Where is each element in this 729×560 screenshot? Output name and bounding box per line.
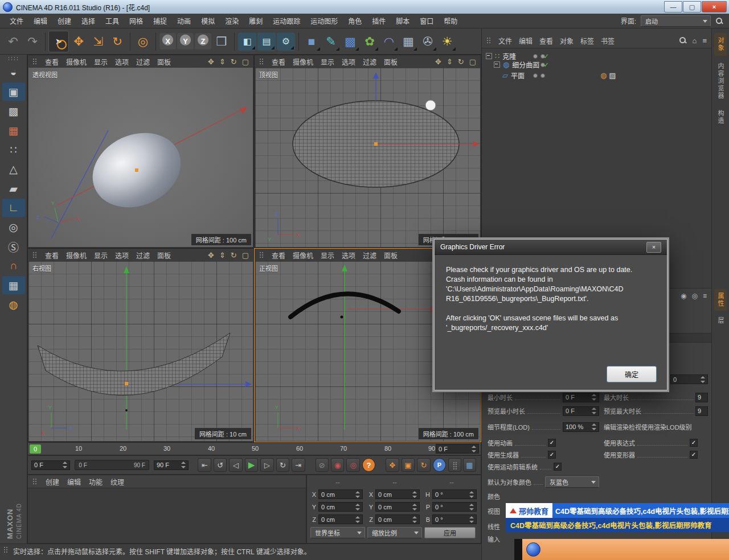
material-menu-item[interactable]: 编辑 [67,477,81,487]
viewport-menu-item[interactable]: 面板 [384,57,398,67]
viewport-canvas-right[interactable]: Y Z X 右视图 网格间距 : 10 cm [28,261,253,441]
apply-button[interactable]: 应用 [424,527,476,538]
viewport-menu-item[interactable]: 选项 [342,250,355,260]
render-picture-viewer-icon[interactable]: ▤ [257,32,276,51]
ad-banner-row2[interactable]: C4D零基础到高级必备技巧,c4d电视片头包装,影视后期邢帅教育 [506,518,729,532]
panel-handle[interactable] [32,252,38,259]
panel-handle[interactable] [259,58,264,65]
viewport-solo-icon[interactable]: ◎ [2,218,25,236]
pan-view-icon[interactable]: ✥ [208,251,214,260]
viewport-menu-item[interactable]: 过滤 [136,250,150,260]
viewport-menu-item[interactable]: 显示 [94,57,108,67]
primitive-cube-icon[interactable]: ■ [302,31,321,52]
record-scale-button[interactable]: ▣ [402,458,415,472]
record-keyframe-button[interactable]: ◉ [331,458,344,472]
lock-y-axis-button[interactable]: Y [177,33,194,50]
position-z-field[interactable]: 0 cm [318,514,363,524]
dialog-title-bar[interactable]: Graphics Driver Error × [435,240,667,255]
previous-frame-button[interactable]: ◁ [229,458,242,472]
coordinate-space-dropdown[interactable]: 世界坐标 [310,527,365,538]
rotation-b-field[interactable]: 0 ° [432,514,477,524]
make-editable-icon[interactable]: ◒ [2,63,25,81]
panel-handle[interactable] [32,58,38,65]
panel-handle[interactable] [486,37,492,44]
om-menu-item[interactable]: 编辑 [519,36,533,46]
viewport-menu-item[interactable]: 选项 [115,57,129,67]
material-menu-item[interactable]: 创建 [46,477,59,487]
timeline-ruler[interactable]: 0 10 20 30 40 50 60 70 80 90 0 F [27,442,481,455]
menu-item[interactable]: 工具 [100,16,124,26]
tab-content-browser[interactable]: 内容浏览器 [714,59,727,102]
object-row-subdivision[interactable]: ◍ 细分曲面 ✓ [482,59,711,70]
viewport-menu-item[interactable]: 摄像机 [66,57,87,67]
editor-visibility-dot[interactable] [533,73,538,78]
enabled-checkmark[interactable]: ✓ [543,61,549,69]
am-history-icon[interactable]: ◎ [692,292,698,300]
live-selection-icon[interactable]: ➤ [48,31,69,52]
rotate-view-icon[interactable]: ↻ [231,57,237,66]
lock-z-axis-button[interactable]: Z [195,33,211,50]
deformers-icon[interactable]: ◠ [379,31,399,52]
material-menu-item[interactable]: 功能 [89,477,103,487]
use-motion-system-checkbox[interactable]: ✓ [554,463,562,471]
render-settings-icon[interactable]: ⚙ [277,32,295,51]
lock-workplane-icon[interactable]: ▦ [2,276,25,294]
timeline-panel-icon[interactable]: ▦ [463,458,476,472]
om-menu-item[interactable]: 标签 [580,36,594,46]
end-frame-field[interactable]: 90 F [154,460,189,470]
environment-objects-icon[interactable]: ▦ [399,31,418,52]
light-objects-icon[interactable]: ☀ [437,31,457,52]
enable-axis-icon[interactable]: ∟ [2,199,25,217]
am-menu-icon[interactable]: ≡ [703,292,707,300]
lod-field[interactable]: 100 % [563,422,599,432]
record-parameter-button[interactable]: P [433,458,446,472]
scale-tool-icon[interactable]: ⇲ [88,31,108,52]
search-icon[interactable] [715,17,723,25]
attribute-partial-field[interactable]: 0 [670,374,708,384]
menu-item[interactable]: 动画 [172,16,196,26]
om-home-icon[interactable]: ⌂ [693,36,697,45]
close-button[interactable]: × [702,1,727,13]
undo-icon[interactable]: ↶ [3,31,23,52]
goto-next-key-button[interactable]: ↻ [276,458,289,472]
autokeying-button[interactable]: ◎ [346,458,359,472]
record-rotation-button[interactable]: ↻ [417,458,430,472]
camera-objects-icon[interactable]: ✇ [418,31,437,52]
tab-structure[interactable]: 构造 [714,106,727,129]
viewport-menu-item[interactable]: 显示 [321,250,334,260]
om-menu-item[interactable]: 查看 [539,36,553,46]
polygons-mode-icon[interactable]: ▰ [2,179,25,197]
om-menu-item[interactable]: 文件 [498,36,512,46]
edges-mode-icon[interactable]: △ [2,160,25,178]
menu-item[interactable]: 选择 [76,16,100,26]
tab-attributes[interactable]: 属性 [714,289,727,311]
maximize-view-icon[interactable]: ▢ [469,57,476,66]
viewport-canvas-perspective[interactable]: X Y Z 透视视图 网格间距 : 100 cm [28,68,253,247]
preview-range-slider[interactable]: 0 F 90 F [75,460,149,470]
render-view-icon[interactable]: ◧ [238,32,256,51]
viewport-menu-item[interactable]: 面板 [157,57,171,67]
pan-view-icon[interactable]: ✥ [208,57,214,66]
quantize-icon[interactable]: ◍ [2,295,25,314]
use-animation-checkbox[interactable]: ✓ [548,439,556,447]
spline-pen-icon[interactable]: ✎ [321,31,341,52]
rotate-view-icon[interactable]: ↻ [458,57,464,66]
viewport-menu-item[interactable]: 显示 [321,57,334,67]
menu-item[interactable]: 雕刻 [244,16,268,26]
object-row-plane[interactable]: ▱ 平面 ◍ ▨ [482,70,711,81]
coordinate-system-icon[interactable]: ❒ [212,31,231,52]
record-pla-button[interactable]: ⣿ [448,458,461,472]
use-expressions-checkbox[interactable]: ✓ [690,439,698,447]
am-lock-icon[interactable]: ◉ [681,292,686,300]
viewport-menu-item[interactable]: 查看 [272,250,285,260]
keyframe-selection-button[interactable]: ? [362,458,375,472]
record-position-button[interactable]: ✥ [386,458,399,472]
editor-visibility-dot[interactable] [533,54,538,59]
render-visibility-dot[interactable] [540,73,545,78]
maximize-button[interactable]: ▢ [683,1,701,13]
viewport-menu-item[interactable]: 显示 [94,250,108,260]
viewport-canvas-top[interactable]: Z Y X 顶视图 网格间距 : 100 cm [255,68,480,247]
size-z-field[interactable]: 0 cm [375,514,420,524]
om-menu-item[interactable]: 书签 [601,36,615,46]
menu-item[interactable]: 帮助 [439,16,462,26]
